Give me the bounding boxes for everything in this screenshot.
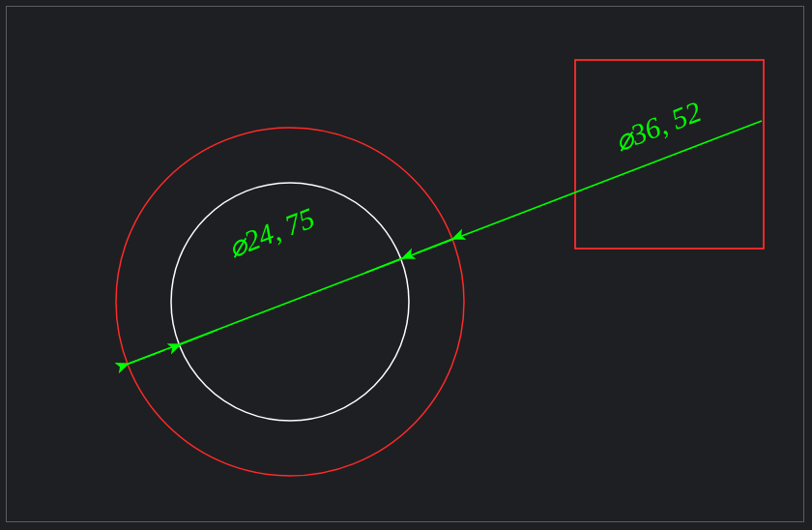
cad-canvas[interactable]: ⌀24, 75 ⌀36, 52 <box>0 0 812 530</box>
inner-diameter-label: ⌀24, 75 <box>223 201 319 263</box>
inner-diameter-arrow-left <box>181 330 218 344</box>
red-rectangle[interactable] <box>575 60 764 249</box>
outer-diameter-arrow-right <box>416 239 452 253</box>
outer-diameter-arrow-left <box>129 350 164 364</box>
inner-diameter-arrow-right <box>365 258 402 273</box>
